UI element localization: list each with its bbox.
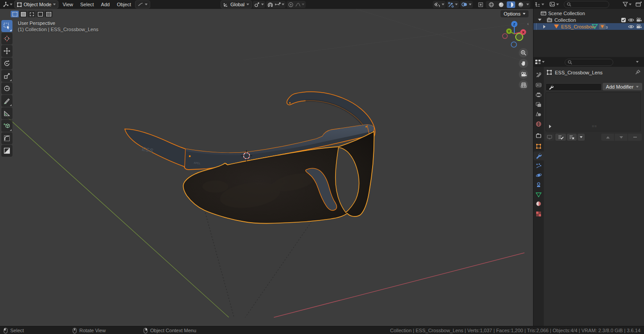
tool-transform[interactable] bbox=[1, 82, 12, 94]
tab-view-layer[interactable] bbox=[533, 100, 544, 109]
object-hide-eye-icon[interactable] bbox=[628, 24, 634, 29]
editor-type-button[interactable] bbox=[2, 1, 13, 8]
shading-material-button[interactable] bbox=[507, 1, 515, 8]
modifier-search[interactable] bbox=[546, 83, 602, 91]
model-ess-crossbow[interactable]: ESS APEL bbox=[125, 92, 375, 224]
tab-particles[interactable] bbox=[533, 161, 544, 170]
tool-rotate[interactable] bbox=[1, 57, 12, 69]
tool-cursor[interactable] bbox=[1, 33, 12, 45]
select-mode-invert[interactable] bbox=[36, 11, 44, 17]
axis-line-y bbox=[7, 117, 229, 317]
3d-scene[interactable]: ESS APEL bbox=[0, 9, 533, 326]
zoom-button[interactable] bbox=[519, 48, 528, 57]
object-expand-arrow[interactable] bbox=[543, 25, 546, 29]
pan-button[interactable] bbox=[519, 59, 528, 68]
tab-physics[interactable] bbox=[533, 171, 544, 179]
tool-extra-corner[interactable] bbox=[1, 132, 12, 144]
gizmo-axis-y[interactable]: Y bbox=[506, 29, 512, 34]
outliner-row-scene-collection[interactable]: Scene Collection bbox=[533, 10, 644, 16]
properties-editor-type-button[interactable] bbox=[535, 59, 545, 65]
outliner-row-collection[interactable]: Collection bbox=[533, 16, 644, 23]
proportional-falloff-dropdown[interactable] bbox=[295, 2, 304, 7]
outliner-search[interactable] bbox=[564, 1, 609, 8]
tab-tool[interactable] bbox=[533, 70, 544, 79]
tool-select-box[interactable] bbox=[1, 20, 12, 32]
status-lmb: Select bbox=[4, 326, 24, 334]
gizmo-axis-x[interactable]: X bbox=[521, 29, 526, 35]
tab-output[interactable] bbox=[533, 90, 544, 99]
menu-view[interactable]: View bbox=[59, 0, 76, 9]
tool-scale[interactable] bbox=[1, 70, 12, 82]
xray-toggle[interactable] bbox=[476, 1, 485, 8]
menu-select[interactable]: Select bbox=[77, 0, 97, 9]
outliner-row-ess-crossbow[interactable]: ESS_Crossbow 3 bbox=[533, 23, 644, 30]
menu-object[interactable]: Object bbox=[114, 0, 134, 9]
stack-extras-dropdown[interactable] bbox=[578, 134, 585, 141]
apply-all-modifiers-button[interactable] bbox=[555, 134, 566, 141]
shading-options-dropdown[interactable] bbox=[526, 4, 529, 5]
viewport-canvas[interactable]: ESS APEL bbox=[0, 9, 533, 326]
orthographic-toggle-button[interactable] bbox=[519, 80, 528, 90]
tab-constraints[interactable] bbox=[533, 180, 544, 189]
visibility-dropdown[interactable] bbox=[433, 1, 446, 8]
proportional-edit-toggle[interactable] bbox=[288, 2, 294, 8]
transform-orientation-dropdown[interactable]: Global bbox=[221, 0, 252, 8]
properties-options-dropdown[interactable] bbox=[636, 61, 639, 63]
move-modifier-down-button[interactable] bbox=[615, 134, 628, 141]
outliner-editor-type-button[interactable] bbox=[535, 2, 544, 7]
select-mode-set[interactable] bbox=[11, 11, 19, 17]
collection-hide-eye-icon[interactable] bbox=[628, 18, 634, 22]
tab-material[interactable] bbox=[533, 199, 544, 208]
tool-annotate[interactable] bbox=[1, 95, 12, 107]
tool-move[interactable] bbox=[1, 45, 12, 57]
options-button[interactable]: Options bbox=[500, 10, 529, 17]
remove-modifier-button[interactable] bbox=[628, 134, 642, 141]
remove-all-modifiers-button[interactable] bbox=[567, 134, 577, 141]
snap-toggle-button[interactable] bbox=[267, 2, 273, 8]
gizmo-axis-neg-x[interactable] bbox=[503, 34, 508, 39]
tab-scene[interactable] bbox=[533, 110, 544, 118]
tab-object[interactable] bbox=[533, 142, 544, 151]
gizmos-dropdown[interactable] bbox=[447, 1, 459, 8]
mode-dropdown[interactable]: Object Mode bbox=[14, 0, 58, 8]
collection-render-camera-icon[interactable] bbox=[636, 17, 642, 22]
select-mode-subtract[interactable] bbox=[28, 11, 36, 17]
tab-modifiers[interactable] bbox=[533, 151, 544, 160]
tool-settings-dropdown[interactable] bbox=[135, 0, 150, 8]
object-render-camera-icon[interactable] bbox=[636, 24, 642, 29]
toggle-visibility-all-button[interactable] bbox=[545, 134, 554, 141]
outliner-display-mode-dropdown[interactable] bbox=[550, 2, 559, 7]
tab-object-data[interactable] bbox=[533, 190, 544, 199]
camera-view-button[interactable] bbox=[519, 69, 528, 79]
outliner-filter-dropdown[interactable] bbox=[623, 2, 632, 7]
collection-expand-arrow[interactable] bbox=[538, 19, 541, 21]
move-modifier-up-button[interactable] bbox=[601, 134, 615, 141]
scene-stats: Collection | ESS_Crossbow_Lens | Verts:1… bbox=[390, 326, 640, 334]
gizmo-axis-z[interactable]: Z bbox=[511, 21, 517, 27]
properties-search[interactable] bbox=[565, 59, 613, 66]
stack-drag-handle[interactable]: ∷∷ bbox=[592, 124, 597, 128]
menu-add[interactable]: Add bbox=[98, 0, 113, 9]
snap-target-dropdown[interactable] bbox=[275, 2, 284, 7]
shading-solid-button[interactable] bbox=[497, 1, 505, 8]
tool-measure[interactable] bbox=[1, 107, 12, 119]
new-collection-button[interactable] bbox=[636, 1, 642, 7]
select-mode-intersect[interactable] bbox=[45, 11, 53, 17]
collection-checkbox[interactable] bbox=[621, 18, 626, 22]
tool-add-cube[interactable] bbox=[1, 120, 12, 132]
tool-extra-fill[interactable] bbox=[1, 145, 12, 157]
gizmo-axis-neg-z[interactable] bbox=[511, 42, 517, 47]
tab-world[interactable] bbox=[533, 119, 544, 128]
pivot-point-dropdown[interactable] bbox=[253, 1, 265, 8]
pin-icon[interactable] bbox=[635, 69, 640, 75]
shading-wireframe-button[interactable] bbox=[487, 1, 496, 8]
select-mode-extend[interactable] bbox=[19, 11, 27, 17]
tab-render[interactable] bbox=[533, 81, 544, 90]
navigation-gizmo[interactable]: Z Y X bbox=[498, 19, 531, 52]
add-modifier-button[interactable]: Add Modifier bbox=[603, 83, 642, 90]
tab-texture[interactable] bbox=[533, 209, 544, 218]
stack-expand-arrow[interactable] bbox=[549, 125, 551, 128]
overlays-dropdown[interactable] bbox=[460, 1, 473, 8]
tab-collection[interactable] bbox=[533, 131, 544, 140]
shading-rendered-button[interactable] bbox=[517, 1, 525, 8]
